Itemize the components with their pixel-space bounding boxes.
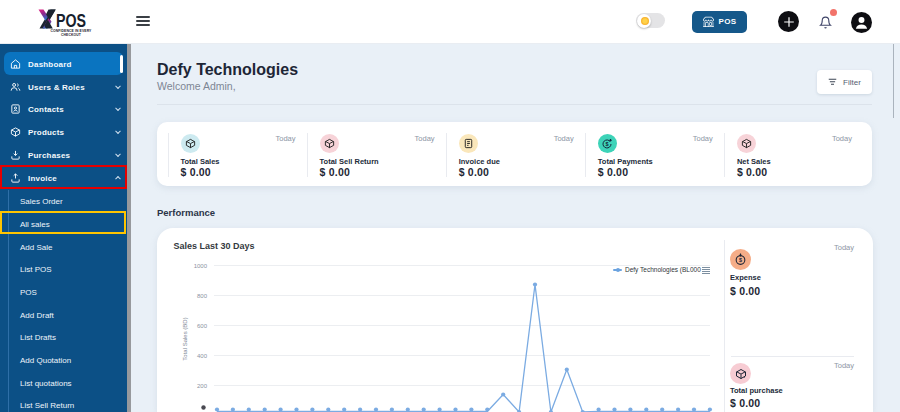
svg-text:POS: POS <box>56 10 86 31</box>
svg-text:Total Sales (BD): Total Sales (BD) <box>182 317 188 360</box>
svg-text:1000: 1000 <box>194 263 208 269</box>
svg-text:$: $ <box>739 257 742 263</box>
svg-text:800: 800 <box>197 293 208 299</box>
svg-text:$: $ <box>606 141 609 147</box>
svg-text:400: 400 <box>197 353 208 359</box>
svg-text:600: 600 <box>197 323 208 329</box>
svg-text:200: 200 <box>197 383 208 389</box>
